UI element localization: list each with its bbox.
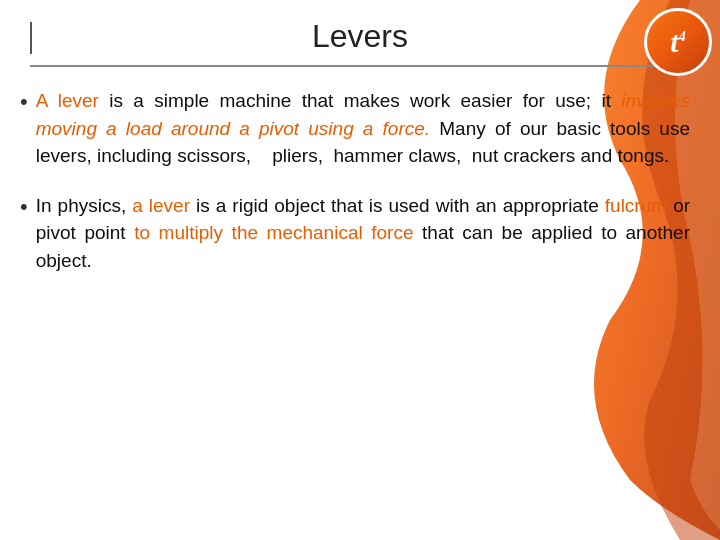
lever-link-1: A lever (36, 90, 99, 111)
fulcrum-link: fulcrum (605, 195, 667, 216)
bullet-2-text-a: In physics, (36, 195, 133, 216)
bullet-2-text-b: is a rigid object that is used with an a… (196, 195, 605, 216)
title-tick (30, 22, 32, 54)
logo-circle: t4 (644, 8, 712, 76)
multiply-link: to multiply the mechanical force (134, 222, 413, 243)
logo-superscript: 4 (679, 29, 686, 44)
bullet-dot-1: • (20, 89, 28, 115)
title-divider (30, 65, 690, 67)
logo-letter: t4 (670, 27, 685, 57)
bullet-item-2: • In physics, a lever is a rigid object … (20, 192, 690, 275)
lever-link-2: a lever (132, 195, 190, 216)
content-area: • A lever is a simple machine that makes… (0, 87, 720, 274)
title-area: Levers (0, 0, 720, 65)
bullet-dot-2: • (20, 194, 28, 220)
bullet-item-1: • A lever is a simple machine that makes… (20, 87, 690, 170)
bullet-text-2: In physics, a lever is a rigid object th… (36, 192, 690, 275)
bullet-text-1: A lever is a simple machine that makes w… (36, 87, 690, 170)
bullet-1-text-a: is a simple machine that makes work easi… (109, 90, 621, 111)
page-title: Levers (312, 18, 408, 54)
